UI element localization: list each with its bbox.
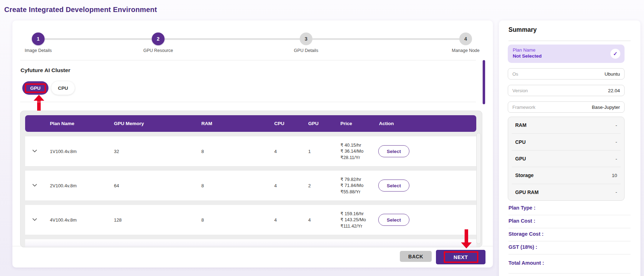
divider — [20, 102, 476, 102]
plan-status-card: Plan Name Not Selected ✓ — [508, 45, 625, 63]
step-circle-4[interactable]: 4 — [459, 33, 472, 45]
price-yearly: ₹55.88/Yr — [340, 189, 374, 195]
total-label-gst: GST (18%) : — [508, 244, 537, 250]
table-scrollbar[interactable] — [476, 133, 481, 244]
page-title: Create Integrated Development Environmen… — [4, 6, 157, 14]
spec-row-cpu: CPU - — [512, 134, 621, 150]
step-label-image-details: Image Details — [3, 48, 74, 53]
field-label: Framework — [512, 105, 535, 110]
chevron-down-icon[interactable] — [31, 216, 38, 224]
cell-gpu-memory: 128 — [114, 217, 201, 223]
step-number: 2 — [157, 36, 160, 42]
divider — [508, 215, 631, 215]
annotation-arrow-next-head — [461, 242, 472, 248]
cell-ram: 8 — [201, 149, 274, 154]
cell-cpu: 4 — [274, 149, 308, 154]
cell-cpu: 4 — [274, 217, 308, 223]
spec-row-ram: RAM - — [512, 117, 621, 134]
spec-row-gpu: GPU - — [512, 151, 621, 167]
cell-gpu: 2 — [308, 183, 340, 188]
next-button[interactable]: NEXT — [436, 250, 485, 264]
spec-row-storage: Storage 10 — [512, 167, 621, 184]
divider — [508, 273, 631, 274]
price-monthly: ₹ 36.14/Mo — [340, 148, 374, 154]
cell-price: ₹ 79.82/hr ₹ 71.84/Mo ₹55.88/Yr — [340, 176, 374, 195]
cluster-heading: Cyfuture AI Cluster — [21, 67, 70, 74]
table-row[interactable]: 1V100.4v.8m 32 8 4 1 ₹ 40.15/hr ₹ 36.14/… — [25, 136, 476, 166]
next-button-label: NEXT — [454, 254, 468, 260]
summary-field-framework: Framework Base-Jupyter — [508, 101, 625, 113]
field-label: Os — [512, 71, 518, 77]
cell-gpu-memory: 32 — [114, 149, 201, 154]
check-icon: ✓ — [610, 49, 620, 59]
spec-label: CPU — [515, 139, 526, 145]
price-hourly: ₹ 159.16/hr — [340, 211, 374, 217]
cell-plan-name: 1V100.4v.8m — [50, 149, 114, 154]
chevron-down-icon[interactable] — [31, 182, 38, 189]
spec-value: - — [616, 123, 617, 128]
price-yearly: ₹28.11/Yr — [340, 154, 374, 161]
spec-label: Storage — [515, 172, 534, 178]
step-number: 3 — [305, 36, 307, 42]
divider — [508, 254, 631, 254]
cell-gpu: 4 — [308, 217, 340, 223]
step-circle-1[interactable]: 1 — [32, 33, 45, 45]
cell-plan-name: 2V100.4v.8m — [50, 183, 114, 188]
price-hourly: ₹ 40.15/hr — [340, 142, 374, 148]
total-label-storage-cost: Storage Cost : — [508, 231, 544, 237]
price-hourly: ₹ 79.82/hr — [340, 176, 374, 183]
divider — [508, 41, 631, 41]
cell-cpu: 4 — [274, 183, 308, 188]
price-monthly: ₹ 143.25/Mo — [340, 217, 374, 223]
cell-price: ₹ 40.15/hr ₹ 36.14/Mo ₹28.11/Yr — [340, 142, 374, 161]
spec-label: GPU — [515, 156, 526, 162]
summary-specs-box: RAM - CPU - GPU - Storage 10 GPU RAM - — [508, 117, 625, 201]
tab-gpu[interactable]: GPU — [22, 81, 48, 95]
plans-table: Plan Name GPU Memory RAM CPU GPU Price A… — [20, 111, 482, 247]
summary-field-os: Os Ubuntu — [508, 68, 625, 80]
spec-label: GPU RAM — [515, 189, 539, 195]
field-value: Base-Jupyter — [592, 105, 620, 110]
step-label-gpu-resource: GPU Resource — [123, 48, 194, 53]
tab-cpu[interactable]: CPU — [51, 81, 75, 95]
chevron-down-icon[interactable] — [31, 148, 38, 155]
step-circle-3[interactable]: 3 — [300, 33, 312, 45]
summary-panel: Summary Plan Name Not Selected ✓ Os Ubun… — [499, 20, 640, 276]
col-header-action: Action — [374, 121, 476, 126]
annotation-arrow-gpu-head — [34, 95, 44, 101]
step-number: 1 — [37, 36, 40, 42]
field-label: Version — [512, 88, 528, 93]
plan-status-value: Not Selected — [513, 53, 542, 59]
page-root: Create Integrated Development Environmen… — [0, 0, 644, 276]
summary-heading: Summary — [508, 26, 537, 34]
spec-row-gpu-ram: GPU RAM - — [512, 184, 621, 200]
col-header-gpu-memory: GPU Memory — [114, 121, 201, 126]
step-circle-2[interactable]: 2 — [152, 33, 165, 45]
cell-gpu-memory: 64 — [114, 183, 201, 188]
plan-status-label: Plan Name — [513, 47, 535, 53]
select-plan-button[interactable]: Select — [378, 180, 409, 192]
cell-plan-name: 4V100.4v.8m — [50, 217, 114, 223]
col-header-plan-name: Plan Name — [50, 121, 114, 126]
col-header-ram: RAM — [201, 121, 274, 126]
col-header-price: Price — [340, 121, 374, 126]
cell-ram: 8 — [201, 183, 274, 188]
cell-price: ₹ 159.16/hr ₹ 143.25/Mo ₹111.42/Yr — [340, 211, 374, 229]
table-row[interactable]: 2V100.4v.8m 64 8 4 2 ₹ 79.82/hr ₹ 71.84/… — [25, 171, 476, 200]
tab-cpu-label: CPU — [58, 86, 68, 91]
tab-gpu-label: GPU — [30, 86, 40, 91]
spec-value: - — [616, 156, 617, 162]
spec-value: - — [616, 189, 617, 195]
spec-value: 10 — [612, 173, 617, 178]
back-button[interactable]: BACK — [400, 251, 432, 262]
select-plan-button[interactable]: Select — [378, 145, 409, 157]
select-plan-button[interactable]: Select — [378, 214, 409, 226]
price-monthly: ₹ 71.84/Mo — [340, 182, 374, 189]
divider — [20, 60, 476, 60]
table-row[interactable]: 4V100.4v.8m 128 8 4 4 ₹ 159.16/hr ₹ 143.… — [25, 205, 476, 235]
field-value: 22.04 — [608, 88, 620, 93]
cell-ram: 8 — [201, 217, 274, 223]
card-scrollbar-thumb[interactable] — [483, 60, 485, 104]
divider — [508, 228, 631, 228]
stepper-connector-line — [38, 38, 466, 40]
